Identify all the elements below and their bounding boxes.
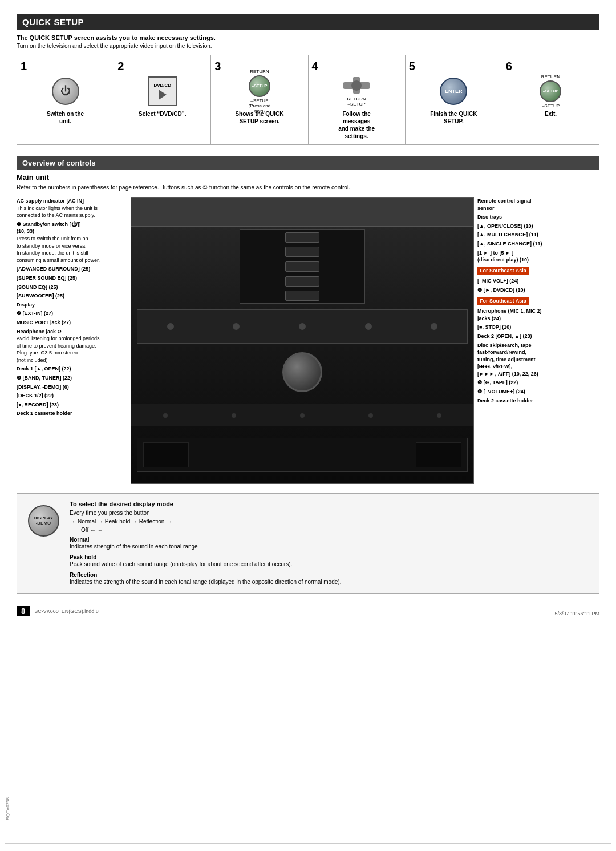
- main-unit-title: Main unit: [17, 173, 599, 182]
- return-btn-wrapper: RETURN –SETUP –SETUP: [540, 74, 561, 108]
- controls-area: AC supply indicator [AC IN] This indicat…: [17, 197, 599, 484]
- setup-button-icon: –SETUP: [249, 75, 270, 97]
- btn-small-4: [365, 323, 372, 330]
- label-disc-skip: Disc skip/search, tapefast-forward/rewin…: [477, 342, 599, 378]
- btn-small-5: [431, 323, 437, 330]
- cassette-deck-1: [143, 442, 189, 467]
- overview-section: Overview of controls Main unit Refer to …: [17, 156, 599, 594]
- step-3-number: 3: [214, 60, 221, 73]
- display-content: To select the desired display mode Every…: [70, 501, 590, 586]
- left-labels: AC supply indicator [AC IN] This indicat…: [17, 197, 131, 484]
- quick-setup-section: QUICK SETUP The QUICK SETUP screen assis…: [17, 14, 599, 145]
- label-subwoofer: [SUBWOOFER] (25): [17, 292, 128, 300]
- label-deck12: [DECK 1/2] (22): [17, 392, 128, 400]
- step-1-icon: ⏻: [50, 75, 81, 107]
- label-display: Display: [17, 301, 128, 309]
- rqtv-label: RQTV0238: [5, 797, 10, 820]
- step-3: 3 RETURN –SETUP –SETUP (Press and hold) …: [211, 55, 308, 144]
- step-5-label: Finish the QUICK SETUP.: [430, 110, 477, 125]
- peak-title: Peak hold: [70, 554, 590, 560]
- label-deck1-open: Deck 1 [▲, OPEN] (22): [17, 365, 128, 373]
- dvdcd-button-icon: DVD/CD: [148, 76, 177, 106]
- label-ext-in: ❷ [EXT-IN] (27): [17, 310, 128, 317]
- step-3-icon: RETURN –SETUP –SETUP (Press and hold): [244, 75, 275, 107]
- play-icon: [159, 90, 167, 100]
- label-deck1-cassette: Deck 1 cassette holder: [17, 410, 128, 417]
- page-footer: 8 SC-VK660_EN(GCS).indd 8 5/3/07 11:56:1…: [17, 603, 599, 616]
- label-southeast-2: For Southeast Asia: [477, 296, 599, 306]
- lower-buttons: [131, 404, 473, 426]
- step-6-icon: RETURN –SETUP –SETUP: [535, 75, 566, 107]
- display-mode-sub: Every time you press the button: [70, 510, 590, 516]
- label-deck2-cassette: Deck 2 cassette holder: [477, 397, 599, 405]
- step-1: 1 ⏻ Switch on the unit.: [17, 55, 114, 144]
- label-disc-trays: Disc trays: [477, 213, 599, 221]
- step-4: 4 RETURN –SETUP Follow the messages: [309, 55, 406, 144]
- quick-setup-header: QUICK SETUP: [17, 14, 599, 30]
- label-ac-supply: AC supply indicator [AC IN] This indicat…: [17, 197, 128, 219]
- southeast-badge-2: For Southeast Asia: [477, 297, 529, 305]
- unit-image: [131, 197, 474, 484]
- return-button-icon: –SETUP: [540, 80, 561, 102]
- step-5-number: 5: [409, 60, 415, 73]
- intro-bold: The QUICK SETUP screen assists you to ma…: [17, 34, 599, 41]
- steps-row: 1 ⏻ Switch on the unit. 2 DVD/CD: [17, 55, 599, 145]
- step-1-number: 1: [21, 60, 27, 73]
- cassette-deck-2: [416, 442, 461, 467]
- label-sound-eq: [SOUND EQ] (25): [17, 284, 128, 291]
- disc-tray-1: [285, 232, 319, 243]
- step-4-number: 4: [312, 60, 318, 73]
- label-single-change: [▲, SINGLE CHANGE] (11): [477, 240, 599, 248]
- label-record: [●, RECORD] (23): [17, 401, 128, 409]
- label-band-tuner: ❸ [BAND, TUNER] (22): [17, 374, 128, 382]
- label-southeast-1: For Southeast Asia: [477, 265, 599, 276]
- label-standby: ❶ Standby/on switch [⏻/|](10, 33) Press …: [17, 221, 128, 264]
- intro-text: Turn on the television and select the ap…: [17, 43, 599, 49]
- off-line: Off ← ←: [81, 527, 590, 533]
- power-symbol-icon: ⏻: [60, 85, 71, 97]
- label-advanced-surround: [ADVANCED SURROUND] (25): [17, 265, 128, 273]
- label-deck2-open: Deck 2 [OPEN, ▲] (23): [477, 333, 599, 340]
- label-super-sound: [SUPER SOUND EQ] (25): [17, 275, 128, 282]
- display-demo-button: DISPLAY -DEMO: [28, 505, 59, 537]
- normal-text: Indicates strength of the sound in each …: [70, 543, 590, 551]
- footer-left: SC-VK660_EN(GCS).indd 8: [34, 608, 99, 614]
- step-1-label: Switch on the unit.: [47, 110, 84, 125]
- step-2-icon: DVD/CD: [147, 75, 178, 107]
- label-mic-vol: [–MIC VOL+] (24): [477, 277, 599, 285]
- label-open-close: [▲, OPEN/CLOSE] (10): [477, 223, 599, 230]
- page-number: 8: [17, 606, 30, 616]
- disc-tray-2: [285, 247, 319, 257]
- label-stop: [■, STOP] (10): [477, 324, 599, 331]
- label-headphone: Headphone jack Ω Avoid listening for pro…: [17, 328, 128, 364]
- display-btn-img: DISPLAY -DEMO: [26, 501, 60, 541]
- dpad-icon: [342, 75, 371, 95]
- enter-button-icon: ENTER: [440, 78, 467, 105]
- flow-diagram: → Normal → Peak hold → Reflection →: [70, 518, 590, 525]
- dpad-right: [360, 82, 370, 89]
- power-button-icon: ⏻: [52, 78, 79, 105]
- right-labels: Remote control signalsensor Disc trays […: [474, 197, 599, 484]
- southeast-badge-1: For Southeast Asia: [477, 267, 529, 275]
- step-3-label: Shows the QUICK SETUP screen.: [235, 110, 283, 125]
- btn-small-3: [299, 323, 306, 330]
- label-multi-change: [▲, MULTI CHANGE] (11): [477, 231, 599, 239]
- step-5-icon: ENTER: [438, 75, 469, 107]
- overview-intro: Refer to the numbers in parentheses for …: [17, 184, 599, 192]
- label-mic-jacks: Microphone (MIC 1, MIC 2)jacks (24): [477, 308, 599, 322]
- unit-top-panel: [131, 198, 473, 227]
- label-disc-direct: [1 ► ] to [5 ► ](disc direct play) (10): [477, 249, 599, 264]
- label-music-port: MUSIC PORT jack (27): [17, 319, 128, 326]
- disc-tray-5: [285, 291, 319, 301]
- cassette-decks: [137, 438, 468, 472]
- step-6: 6 RETURN –SETUP –SETUP Exit.: [502, 55, 599, 144]
- overview-header: Overview of controls: [17, 156, 599, 170]
- reflection-title: Reflection: [70, 572, 590, 578]
- unit-img-bg: [131, 198, 473, 483]
- step-5: 5 ENTER Finish the QUICK SETUP.: [406, 55, 502, 144]
- display-mode-title: To select the desired display mode: [70, 501, 590, 507]
- normal-title: Normal: [70, 537, 590, 543]
- step-2-number: 2: [117, 60, 124, 73]
- step-2-label: Select “DVD/CD”.: [139, 110, 186, 118]
- display-mode-section: DISPLAY -DEMO To select the desired disp…: [17, 493, 599, 594]
